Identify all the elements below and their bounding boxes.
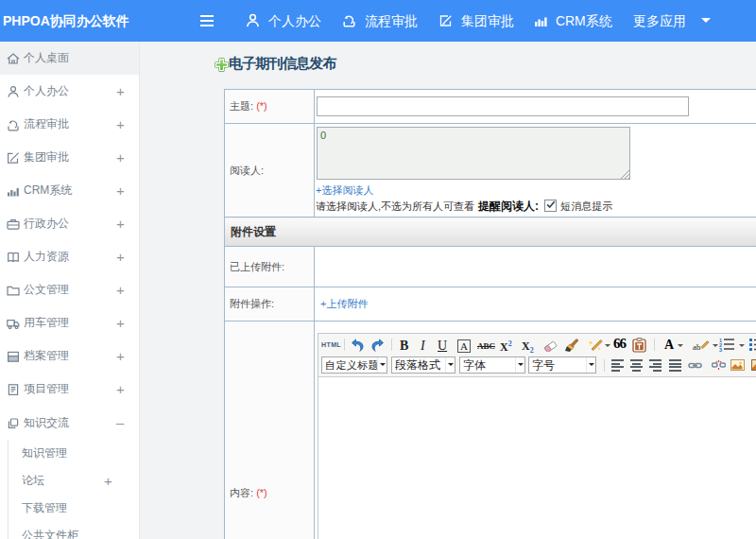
svg-text:ab: ab <box>693 342 701 352</box>
svg-text:3: 3 <box>719 347 722 352</box>
